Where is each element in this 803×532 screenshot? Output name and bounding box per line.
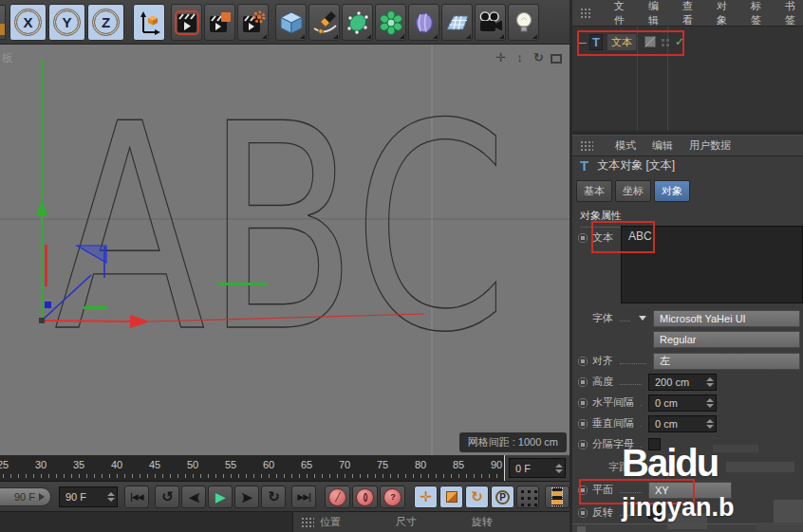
next-frame-button[interactable]: )▶ [234, 486, 259, 508]
object-name-label[interactable]: 文本 [607, 34, 636, 50]
hsep-field[interactable]: 0 cm [648, 394, 717, 412]
y-axis-arrow[interactable] [36, 200, 47, 215]
prev-frame-button[interactable]: ◀( [181, 486, 206, 508]
axis-lock-button[interactable]: X [9, 4, 47, 41]
am-menu-item[interactable]: 编辑 [652, 138, 673, 153]
align-dropdown[interactable]: 左 [653, 353, 800, 370]
kerning-section-label[interactable]: 字距 [608, 460, 629, 474]
om-menu-item[interactable]: 查看 [682, 0, 700, 28]
x-scale-handle[interactable] [45, 245, 47, 286]
add-cube-button[interactable] [275, 4, 307, 41]
clipped-toolbar-button[interactable] [0, 5, 6, 40]
om-menu-item[interactable]: 书签 [785, 0, 803, 28]
animatable-dot-icon[interactable] [578, 486, 588, 495]
camera-button[interactable] [475, 4, 506, 41]
axis-lock-button[interactable]: Z [87, 4, 124, 41]
rotate-icon[interactable]: ↻ [532, 50, 546, 64]
spinner-icon[interactable] [706, 398, 714, 408]
record-keyframe-button[interactable]: ╱ [325, 486, 350, 508]
spinner-icon[interactable] [555, 464, 563, 473]
enabled-check-icon[interactable]: ✓ [675, 35, 684, 48]
animatable-dot-icon[interactable] [578, 508, 588, 518]
light-button[interactable] [508, 4, 539, 41]
subdivision-surface-button[interactable] [342, 4, 373, 41]
current-frame-field[interactable]: 0 F [509, 458, 566, 478]
pan-icon[interactable]: ✛ [494, 50, 508, 64]
reverse-checkbox[interactable] [648, 506, 661, 519]
timeline-range-handle[interactable]: 90 F [0, 487, 51, 506]
spline-text-abc[interactable]: ABC [54, 64, 508, 394]
layer-icon[interactable] [644, 36, 656, 47]
end-frame-field[interactable]: 90 F [59, 486, 118, 507]
z-axis-handle-dot[interactable] [45, 302, 51, 308]
am-menu-item[interactable]: 用户数据 [689, 138, 731, 153]
resize-handle[interactable] [577, 526, 586, 532]
play-button[interactable]: ▶ [208, 486, 233, 508]
hsep-row: 水平间隔 0 cm [578, 394, 800, 412]
x-axis-line[interactable] [42, 321, 133, 321]
animatable-dot-icon[interactable] [578, 357, 588, 366]
axis-lock-button[interactable]: Y [48, 4, 85, 41]
maximize-icon[interactable] [551, 54, 562, 64]
zoom-icon[interactable]: ↕ [513, 50, 527, 64]
om-menu-item[interactable]: 文件 [614, 0, 632, 28]
plane-dropdown[interactable]: XY [648, 482, 732, 499]
animatable-dot-icon[interactable] [578, 233, 588, 243]
floor-environment-button[interactable] [441, 4, 473, 41]
freehand-spline-button[interactable] [308, 4, 340, 41]
render-view-button[interactable] [171, 4, 202, 41]
go-to-start-button[interactable]: |◀◀ [124, 486, 149, 508]
record-point-level-button[interactable] [516, 486, 539, 508]
spinner-icon[interactable] [706, 377, 714, 387]
visibility-dots-icon[interactable] [661, 38, 669, 46]
animatable-dot-icon[interactable] [578, 377, 588, 387]
text-value-input[interactable]: ABC [621, 226, 803, 303]
object-tree-row-text[interactable]: T 文本 ✓ [576, 32, 684, 51]
grip-icon[interactable] [580, 140, 593, 152]
animatable-dot-icon[interactable] [578, 419, 588, 429]
om-menu-item[interactable]: 编辑 [648, 0, 666, 28]
viewport[interactable]: ABC 板 ✛ ↕ ↻ 网格间距 : 1000 cm [0, 45, 570, 455]
motion-clip-button[interactable] [545, 486, 570, 508]
attribute-tab[interactable]: 基本 [576, 180, 612, 202]
render-settings-button[interactable] [237, 4, 269, 41]
attribute-tab[interactable]: 对象 [654, 180, 690, 202]
axis-origin-dot[interactable] [39, 318, 45, 323]
record-parameter-button[interactable]: P [491, 486, 514, 508]
om-menu-item[interactable]: 标签 [751, 0, 769, 28]
om-menu-item[interactable]: 对象 [717, 0, 735, 28]
y-scale-handle[interactable] [84, 306, 107, 309]
record-position-button[interactable]: ✛ [414, 486, 438, 508]
keyframe-options-button[interactable]: ? [380, 486, 405, 508]
record-scale-button[interactable] [439, 486, 463, 508]
spinner-icon[interactable] [706, 419, 714, 429]
object-manager[interactable]: T 文本 ✓ [572, 27, 803, 131]
animatable-dot-icon[interactable] [578, 440, 588, 449]
record-rotation-button[interactable]: ↻ [465, 486, 489, 508]
separate-letters-checkbox[interactable] [648, 438, 661, 450]
tangent-handle[interactable] [218, 283, 268, 285]
grip-icon[interactable] [301, 517, 314, 528]
ruler-tick-label: 55 [225, 459, 236, 470]
watermark-patch [667, 513, 707, 529]
render-picture-viewer-button[interactable] [204, 4, 235, 41]
prev-key-button[interactable]: ↺ [155, 486, 179, 508]
font-style-dropdown[interactable]: Regular [653, 331, 800, 348]
spinner-icon[interactable] [107, 492, 115, 502]
deformer-button[interactable] [408, 4, 439, 41]
go-to-end-button[interactable]: ▶▶| [291, 486, 316, 508]
autokey-button[interactable]: () [352, 486, 378, 508]
next-key-button[interactable]: ↻ [261, 486, 286, 508]
axis-modify-button[interactable] [133, 4, 165, 41]
height-field[interactable]: 200 cm [648, 374, 717, 391]
vsep-field[interactable]: 0 cm [648, 415, 717, 432]
axis-modify-icon [137, 10, 161, 35]
grip-icon[interactable] [580, 8, 592, 19]
dropdown-arrow-icon[interactable] [639, 316, 646, 321]
array-generator-button[interactable] [375, 4, 406, 41]
attribute-tab[interactable]: 坐标 [615, 180, 651, 202]
am-menu-item[interactable]: 模式 [615, 138, 636, 153]
animatable-dot-icon[interactable] [578, 398, 588, 408]
timeline-ruler[interactable]: 2530354045505560657075808590 0 F [0, 455, 570, 482]
font-name-dropdown[interactable]: Microsoft YaHei UI [653, 310, 800, 327]
